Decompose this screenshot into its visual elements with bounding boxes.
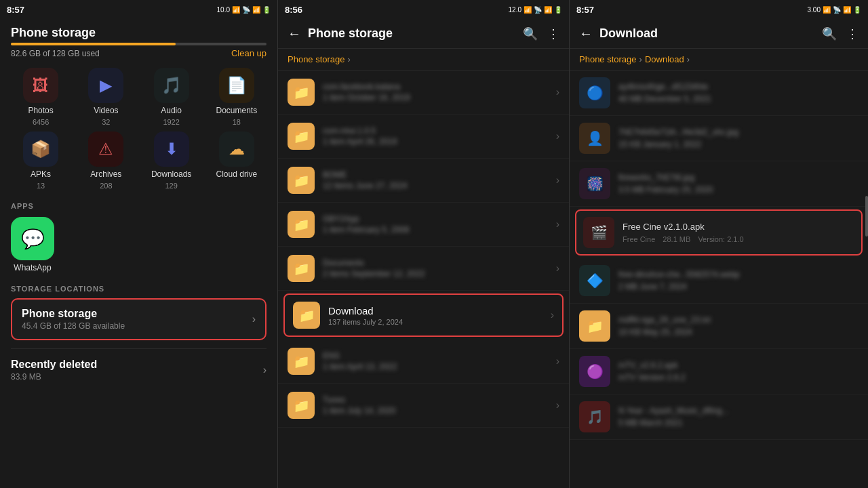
icon-cell-downloads[interactable]: ⬇ Downloads 129 <box>142 131 201 190</box>
file-meta-1: 40 MB December 5, 2021 <box>618 94 859 104</box>
photos-icon: 🖼 <box>23 68 58 103</box>
panel-download-files: 8:57 3.00 📶 📡 📶 🔋 ← Download 🔍 ⋮ Phone s… <box>570 0 868 488</box>
recently-deleted-item[interactable]: Recently deleted 83.9 MB › <box>11 348 267 391</box>
folder-icon-bome: 📁 <box>288 167 315 194</box>
file-item-5[interactable]: 🔷 free-dinuhce-che...5582574.webp 2 MB J… <box>570 258 868 304</box>
apks-count: 13 <box>37 182 45 190</box>
folder-meta-documents: 2 items September 12, 2022 <box>323 269 548 279</box>
breadcrumb-link-2[interactable]: Phone storage <box>288 54 345 64</box>
folder-details-gby2app: GBY2App 1 item February 5, 2008 <box>323 214 548 235</box>
icon-cell-documents[interactable]: 📄 Documents 18 <box>207 68 267 126</box>
apps-section-label: APPS <box>11 202 267 210</box>
archives-icon: ⚠ <box>88 131 123 167</box>
downloads-label: Downloads <box>151 169 191 179</box>
file-details-8: N Year - Ayash_Music_dfling... 5 MB Marc… <box>618 406 859 428</box>
folder-icon-miui: 📁 <box>288 123 315 150</box>
storage-bar <box>11 43 267 45</box>
folder-details-tunes: Tunes 1 item July 14, 2020 <box>323 395 548 415</box>
panel-phone-storage: 8:57 10.0 📶 📡 📶 🔋 Phone storage 82.6 GB … <box>0 0 278 488</box>
status-bar-1: 8:57 10.0 📶 📡 📶 🔋 <box>0 0 277 19</box>
search-icon-2[interactable]: 🔍 <box>523 26 538 41</box>
recently-deleted-name: Recently deleted <box>11 359 97 371</box>
breadcrumb-child-3[interactable]: Download <box>645 54 684 64</box>
cloud-label: Cloud drive <box>216 169 258 179</box>
back-button-2[interactable]: ← <box>288 26 301 41</box>
time-3: 8:57 <box>576 5 594 15</box>
folder-meta-ens: 1 item April 13, 2022 <box>323 362 548 371</box>
recently-deleted-sub: 83.9 MB <box>11 372 97 382</box>
file-name-8: N Year - Ayash_Music_dfling... <box>618 406 859 417</box>
folder-item-tunes[interactable]: 📁 Tunes 1 item July 14, 2020 › <box>278 384 569 428</box>
icon-cell-photos[interactable]: 🖼 Photos 6456 <box>11 68 71 126</box>
file-item-3[interactable]: 🎆 fireworks_7hE7t6.jpg 3.5 MB February 2… <box>570 161 868 207</box>
more-icon-3[interactable]: ⋮ <box>846 26 859 41</box>
icon-cell-cloud[interactable]: ☁ Cloud drive <box>207 131 267 190</box>
folder-meta-facebook: 1 item October 16, 2019 <box>323 93 548 102</box>
file-item-2[interactable]: 👤 7hE7h645e71th...f4e3d2_uhc.jpg 15 KB J… <box>570 116 868 161</box>
status-icons-2: 12.0 📶 📡 📶 🔋 <box>509 6 562 14</box>
file-name-1: ay4lnno4hge...df1234hte <box>618 82 859 93</box>
file-name-6: mdffd.nga_28_une_23.txt <box>618 315 859 326</box>
breadcrumb-root-3[interactable]: Phone storage <box>579 54 637 64</box>
folder-item-gby2app[interactable]: 📁 GBY2App 1 item February 5, 2008 › <box>278 203 569 247</box>
photos-label: Photos <box>28 106 53 115</box>
panel2-title: Phone storage <box>308 26 516 41</box>
icon-cell-apks[interactable]: 📦 APKs 13 <box>11 131 71 190</box>
file-item-4-apk[interactable]: 🎬 Free Cine v2.1.0.apk Free Cine 28.1 MB… <box>575 209 863 256</box>
downloads-icon: ⬇ <box>154 131 189 167</box>
panel2-header-icons: 🔍 ⋮ <box>523 26 559 41</box>
file-details-5: free-dinuhce-che...5582574.webp 2 MB Jun… <box>618 270 859 292</box>
cloud-icon: ☁ <box>219 131 254 167</box>
breadcrumb-sep-3a: › <box>639 54 642 64</box>
icon-cell-archives[interactable]: ⚠ Archives 208 <box>76 131 136 190</box>
folder-icon-download: 📁 <box>293 302 320 329</box>
folder-item-facebook[interactable]: 📁 com.facebook.katana 1 item October 16,… <box>278 70 569 115</box>
folder-chevron-facebook: › <box>556 86 559 98</box>
clean-up-button[interactable]: Clean up <box>231 48 267 58</box>
breadcrumb-3: Phone storage › Download › <box>570 49 868 70</box>
panel-phone-storage-list: 8:56 12.0 📶 📡 📶 🔋 ← Phone storage 🔍 ⋮ Ph… <box>278 0 570 488</box>
folder-item-miui[interactable]: 📁 com.miui.1.0.5 1 item April 26, 2019 › <box>278 115 569 159</box>
file-item-6[interactable]: 📁 mdffd.nga_28_une_23.txt 10 KB May 25, … <box>570 304 868 349</box>
file-meta-4: Free Cine 28.1 MB Version: 2.1.0 <box>623 235 854 243</box>
app-whatsapp[interactable]: 💬 WhatsApp <box>11 217 54 272</box>
phone-storage-name: Phone storage <box>22 308 125 320</box>
folder-name-tunes: Tunes <box>323 395 548 405</box>
file-details-3: fireworks_7hE7t6.jpg 3.5 MB February 25,… <box>618 173 859 195</box>
storage-info-row: 82.6 GB of 128 GB used Clean up <box>11 48 267 58</box>
file-item-7[interactable]: 🟣 mTV_v2.6.2.apk mTV Version 2.6.2 <box>570 349 868 394</box>
folder-item-ens[interactable]: 📁 ENS 1 item April 13, 2022 › <box>278 340 569 384</box>
status-bar-3: 8:57 3.00 📶 📡 📶 🔋 <box>570 0 868 19</box>
folder-details-bome: BOME 12 items June 27, 2024 <box>323 170 548 190</box>
breadcrumb-sep-2: › <box>348 54 351 64</box>
file-details-4: Free Cine v2.1.0.apk Free Cine 28.1 MB V… <box>623 222 854 243</box>
phone-storage-location[interactable]: Phone storage 45.4 GB of 128 GB availabl… <box>11 298 267 340</box>
folder-chevron-miui: › <box>556 130 559 142</box>
storage-locations-label: STORAGE LOCATIONS <box>11 285 267 293</box>
more-icon-2[interactable]: ⋮ <box>547 26 559 41</box>
folder-name-miui: com.miui.1.0.5 <box>323 126 548 136</box>
file-item-1[interactable]: 🔵 ay4lnno4hge...df1234hte 40 MB December… <box>570 70 868 116</box>
recently-deleted-text: Recently deleted 83.9 MB <box>11 359 97 382</box>
icon-cell-audio[interactable]: 🎵 Audio 1922 <box>142 68 201 126</box>
status-bar-2: 8:56 12.0 📶 📡 📶 🔋 <box>278 0 569 19</box>
file-details-7: mTV_v2.6.2.apk mTV Version 2.6.2 <box>618 361 859 383</box>
file-thumb-6: 📁 <box>579 310 610 342</box>
folder-item-bome[interactable]: 📁 BOME 12 items June 27, 2024 › <box>278 159 569 203</box>
icon-cell-videos[interactable]: ▶ Videos 32 <box>76 68 136 126</box>
back-button-3[interactable]: ← <box>579 26 593 41</box>
folder-chevron-tunes: › <box>556 399 559 411</box>
time-2: 8:56 <box>285 5 302 15</box>
folder-icon-facebook: 📁 <box>288 79 315 106</box>
folder-name-download: Download <box>328 305 542 317</box>
file-meta-4-ver: Version: 2.1.0 <box>698 235 743 243</box>
search-icon-3[interactable]: 🔍 <box>822 26 837 41</box>
folder-chevron-download: › <box>551 309 554 321</box>
downloads-count: 129 <box>165 182 177 190</box>
status-icons-3: 3.00 📶 📡 📶 🔋 <box>808 6 861 14</box>
folder-item-download[interactable]: 📁 Download 137 items July 2, 2024 › <box>283 293 564 337</box>
folder-item-documents[interactable]: 📁 Documents 2 items September 12, 2022 › <box>278 247 569 291</box>
file-item-8[interactable]: 🎵 N Year - Ayash_Music_dfling... 5 MB Ma… <box>570 394 868 440</box>
file-thumb-8: 🎵 <box>579 401 610 432</box>
folder-icon-gby2app: 📁 <box>288 211 315 238</box>
